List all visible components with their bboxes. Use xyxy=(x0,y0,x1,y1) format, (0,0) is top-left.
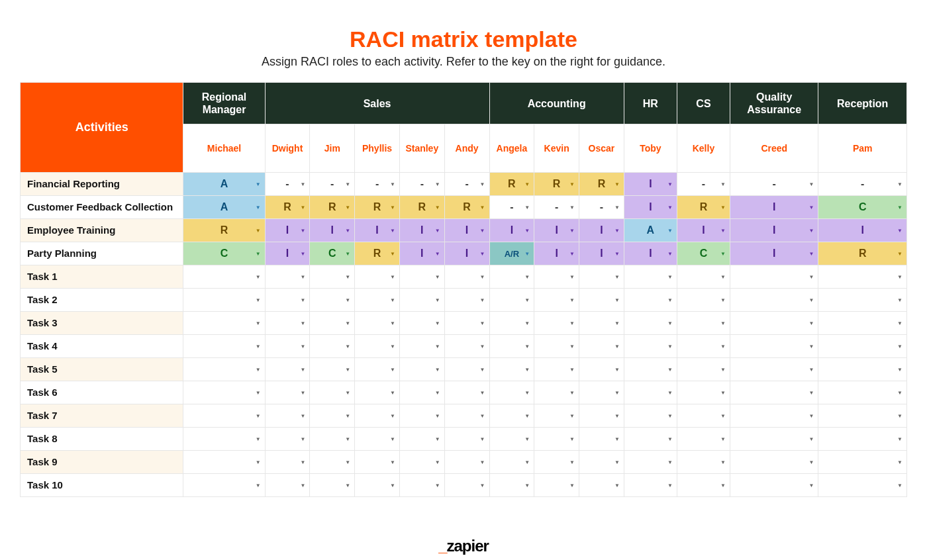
raci-cell[interactable]: ▼ xyxy=(310,428,355,451)
raci-cell[interactable]: ▼ xyxy=(399,289,444,312)
raci-cell[interactable]: ▼ xyxy=(399,312,444,335)
raci-cell[interactable]: ▼ xyxy=(310,451,355,474)
raci-cell[interactable]: ▼ xyxy=(310,265,355,289)
raci-cell[interactable]: ▼ xyxy=(489,289,534,312)
raci-cell[interactable]: R▼ xyxy=(355,242,400,265)
raci-cell[interactable]: ▼ xyxy=(624,428,677,451)
raci-cell[interactable]: ▼ xyxy=(579,358,624,381)
raci-cell[interactable]: ▼ xyxy=(534,428,579,451)
raci-cell[interactable]: ▼ xyxy=(818,289,907,312)
raci-cell[interactable]: ▼ xyxy=(677,312,730,335)
raci-cell[interactable]: ▼ xyxy=(730,312,818,335)
raci-cell[interactable]: I▼ xyxy=(624,196,677,219)
raci-cell[interactable]: ▼ xyxy=(355,265,400,289)
raci-cell[interactable]: ▼ xyxy=(489,265,534,289)
raci-cell[interactable]: ▼ xyxy=(579,381,624,404)
raci-cell[interactable]: ▼ xyxy=(265,335,310,358)
raci-cell[interactable]: R▼ xyxy=(489,173,534,196)
raci-cell[interactable]: ▼ xyxy=(265,358,310,381)
raci-cell[interactable]: ▼ xyxy=(677,289,730,312)
raci-cell[interactable]: ▼ xyxy=(265,312,310,335)
raci-cell[interactable]: ▼ xyxy=(534,289,579,312)
raci-cell[interactable]: ▼ xyxy=(183,428,265,451)
raci-cell[interactable]: ▼ xyxy=(183,404,265,428)
raci-cell[interactable]: ▼ xyxy=(818,358,907,381)
raci-cell[interactable]: ▼ xyxy=(183,451,265,474)
raci-cell[interactable]: ▼ xyxy=(444,265,489,289)
raci-cell[interactable]: ▼ xyxy=(579,265,624,289)
raci-cell[interactable]: I▼ xyxy=(818,219,907,242)
raci-cell[interactable]: ▼ xyxy=(444,358,489,381)
raci-cell[interactable]: ▼ xyxy=(818,381,907,404)
raci-cell[interactable]: ▼ xyxy=(444,404,489,428)
raci-cell[interactable]: ▼ xyxy=(730,289,818,312)
raci-cell[interactable]: ▼ xyxy=(579,335,624,358)
raci-cell[interactable]: -▼ xyxy=(489,196,534,219)
raci-cell[interactable]: ▼ xyxy=(399,335,444,358)
raci-cell[interactable]: ▼ xyxy=(624,358,677,381)
raci-cell[interactable]: ▼ xyxy=(355,289,400,312)
raci-cell[interactable]: ▼ xyxy=(265,451,310,474)
raci-cell[interactable]: -▼ xyxy=(355,173,400,196)
raci-cell[interactable]: ▼ xyxy=(183,335,265,358)
raci-cell[interactable]: ▼ xyxy=(489,404,534,428)
raci-cell[interactable]: ▼ xyxy=(579,428,624,451)
raci-cell[interactable]: ▼ xyxy=(444,474,489,497)
raci-cell[interactable]: ▼ xyxy=(489,428,534,451)
raci-cell[interactable]: ▼ xyxy=(265,404,310,428)
raci-cell[interactable]: R▼ xyxy=(355,196,400,219)
raci-cell[interactable]: I▼ xyxy=(265,242,310,265)
raci-cell[interactable]: ▼ xyxy=(730,265,818,289)
raci-cell[interactable]: ▼ xyxy=(310,289,355,312)
raci-cell[interactable]: ▼ xyxy=(489,451,534,474)
raci-cell[interactable]: ▼ xyxy=(489,335,534,358)
raci-cell[interactable]: R▼ xyxy=(534,173,579,196)
raci-cell[interactable]: ▼ xyxy=(399,381,444,404)
raci-cell[interactable]: R▼ xyxy=(677,196,730,219)
raci-cell[interactable]: ▼ xyxy=(579,312,624,335)
raci-cell[interactable]: C▼ xyxy=(183,242,265,265)
raci-cell[interactable]: C▼ xyxy=(677,242,730,265)
raci-cell[interactable]: ▼ xyxy=(265,428,310,451)
raci-cell[interactable]: ▼ xyxy=(444,335,489,358)
raci-cell[interactable]: ▼ xyxy=(624,381,677,404)
raci-cell[interactable]: ▼ xyxy=(399,265,444,289)
raci-cell[interactable]: ▼ xyxy=(183,265,265,289)
raci-cell[interactable]: I▼ xyxy=(579,242,624,265)
raci-cell[interactable]: ▼ xyxy=(624,265,677,289)
raci-cell[interactable]: ▼ xyxy=(444,451,489,474)
raci-cell[interactable]: -▼ xyxy=(444,173,489,196)
raci-cell[interactable]: ▼ xyxy=(444,289,489,312)
raci-cell[interactable]: ▼ xyxy=(818,335,907,358)
raci-cell[interactable]: ▼ xyxy=(355,474,400,497)
raci-cell[interactable]: I▼ xyxy=(534,242,579,265)
raci-cell[interactable]: R▼ xyxy=(818,242,907,265)
raci-cell[interactable]: ▼ xyxy=(183,381,265,404)
raci-cell[interactable]: ▼ xyxy=(265,289,310,312)
raci-cell[interactable]: I▼ xyxy=(677,219,730,242)
raci-cell[interactable]: I▼ xyxy=(730,196,818,219)
raci-cell[interactable]: ▼ xyxy=(310,358,355,381)
raci-cell[interactable]: ▼ xyxy=(310,312,355,335)
raci-cell[interactable]: ▼ xyxy=(310,404,355,428)
raci-cell[interactable]: ▼ xyxy=(818,404,907,428)
raci-cell[interactable]: ▼ xyxy=(818,265,907,289)
raci-cell[interactable]: ▼ xyxy=(489,312,534,335)
raci-cell[interactable]: ▼ xyxy=(818,474,907,497)
raci-cell[interactable]: I▼ xyxy=(624,242,677,265)
raci-cell[interactable]: I▼ xyxy=(444,219,489,242)
raci-cell[interactable]: ▼ xyxy=(579,451,624,474)
raci-cell[interactable]: I▼ xyxy=(310,219,355,242)
raci-cell[interactable]: -▼ xyxy=(579,196,624,219)
raci-cell[interactable]: C▼ xyxy=(818,196,907,219)
raci-cell[interactable]: ▼ xyxy=(677,404,730,428)
raci-cell[interactable]: ▼ xyxy=(818,451,907,474)
raci-cell[interactable]: ▼ xyxy=(534,404,579,428)
raci-cell[interactable]: ▼ xyxy=(624,312,677,335)
raci-cell[interactable]: ▼ xyxy=(534,381,579,404)
raci-cell[interactable]: A▼ xyxy=(183,173,265,196)
raci-cell[interactable]: ▼ xyxy=(730,474,818,497)
raci-cell[interactable]: ▼ xyxy=(677,358,730,381)
raci-cell[interactable]: ▼ xyxy=(534,474,579,497)
raci-cell[interactable]: ▼ xyxy=(534,451,579,474)
